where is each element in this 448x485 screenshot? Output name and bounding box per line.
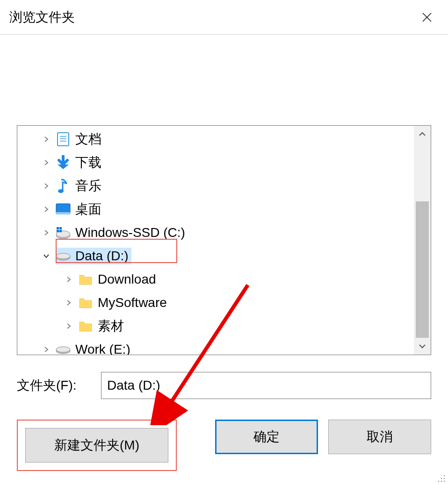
folder-icon [78,295,93,310]
tree-viewport[interactable]: 文档下载音乐桌面Windows-SSD (C:)Data (D:)Downloa… [17,126,414,355]
svg-point-21 [444,475,445,476]
tree-item-label: 下载 [75,154,101,171]
expand-toggle[interactable] [41,227,52,238]
scroll-up-button[interactable] [414,126,431,143]
svg-point-26 [444,481,445,482]
tree-item[interactable]: MySoftware [17,291,414,314]
folder-icon [78,319,93,334]
dialog-titlebar: 浏览文件夹 [0,0,448,35]
tree-item-label: Data (D:) [75,249,129,264]
svg-rect-11 [57,227,59,229]
expand-toggle[interactable] [41,157,52,168]
tree-item[interactable]: 素材 [17,314,414,338]
tree-item[interactable]: 下载 [17,151,414,174]
tree-item[interactable]: Data (D:) [17,244,414,268]
close-button[interactable] [415,6,439,29]
expand-toggle[interactable] [63,297,74,308]
chevron-down-icon [419,342,426,350]
tree-item[interactable]: Windows-SSD (C:) [17,221,414,244]
drive-icon [56,342,71,355]
annotation-highlight-newfolder: 新建文件夹(M) [17,420,177,471]
music-icon [56,178,71,193]
tree-item-label: 素材 [98,317,124,335]
svg-point-22 [441,478,442,479]
close-icon [421,12,433,23]
svg-point-16 [56,253,70,259]
expand-toggle[interactable] [41,180,52,192]
vertical-scrollbar[interactable] [414,126,431,355]
expand-toggle[interactable] [63,274,74,285]
svg-point-6 [58,189,64,193]
dialog-title: 浏览文件夹 [9,8,75,26]
cancel-button[interactable]: 取消 [328,420,431,454]
svg-rect-8 [56,212,70,214]
drive-icon [56,249,71,264]
collapse-toggle[interactable] [41,250,52,262]
tree-item[interactable]: Download [17,268,414,291]
desktop-icon [56,202,71,217]
ok-button[interactable]: 确定 [215,420,318,454]
folder-tree: 文档下载音乐桌面Windows-SSD (C:)Data (D:)Downloa… [17,125,431,355]
tree-item-label: MySoftware [98,295,167,310]
svg-rect-2 [58,133,69,146]
folder-path-row: 文件夹(F): [17,372,431,399]
tree-item[interactable]: Work (E:) [17,338,414,355]
folder-path-input[interactable] [101,372,431,399]
tree-item[interactable]: 音乐 [17,174,414,198]
folder-icon [78,272,93,287]
tree-item-label: 音乐 [75,177,101,195]
tree-item-label: Windows-SSD (C:) [75,225,185,240]
tree-item-label: 桌面 [75,200,101,218]
svg-point-24 [438,481,439,482]
tree-item[interactable]: 桌面 [17,198,414,221]
svg-point-18 [56,347,70,352]
expand-toggle[interactable] [41,134,52,145]
svg-rect-13 [57,230,59,232]
tree-item-label: Download [98,272,156,287]
expand-toggle[interactable] [41,344,52,355]
tree-item-label: Work (E:) [75,342,130,355]
scrollbar-thumb[interactable] [416,201,429,339]
svg-point-23 [444,478,445,479]
new-folder-button[interactable]: 新建文件夹(M) [25,428,168,463]
folder-path-label: 文件夹(F): [17,377,92,394]
tree-item[interactable]: 文档 [17,128,414,151]
expand-toggle[interactable] [63,321,74,332]
svg-rect-12 [59,227,62,229]
svg-rect-14 [59,230,62,232]
tree-item-label: 文档 [75,130,101,148]
svg-point-25 [441,481,442,482]
chevron-up-icon [419,130,426,138]
download-icon [56,155,71,170]
document-icon [56,132,71,147]
scroll-down-button[interactable] [414,338,431,355]
drive-win-icon [56,225,71,240]
dialog-button-row: 新建文件夹(M) 确定 取消 [17,420,431,471]
resize-grip-icon[interactable] [437,474,446,483]
expand-toggle[interactable] [41,204,52,215]
